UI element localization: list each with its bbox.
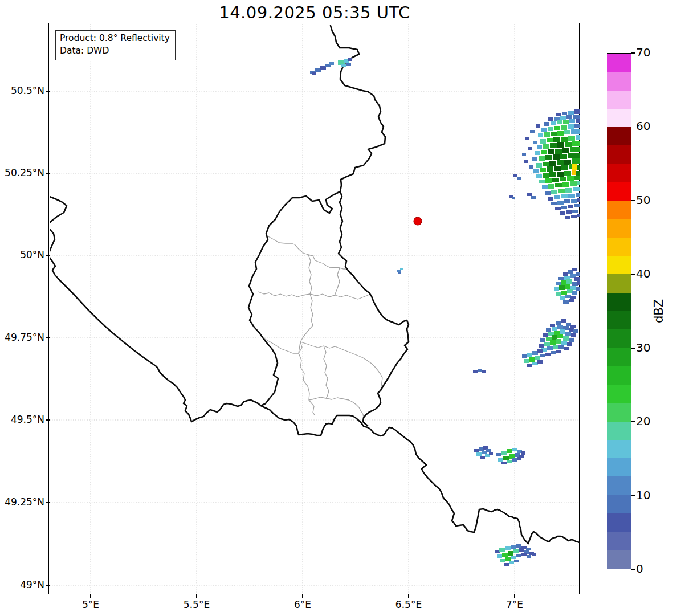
- colorbar-tick-label: 50: [636, 193, 650, 207]
- radar-echo-northeast-storm: [553, 154, 560, 160]
- radar-echo-northeast-storm: [577, 165, 580, 170]
- radar-echo-northeast-storm: [573, 115, 580, 119]
- radar-echo-east-cell-4975n: [556, 321, 561, 325]
- radar-echo-east-cell-50n: [570, 296, 576, 299]
- radar-echo-northeast-storm: [567, 176, 574, 181]
- radar-echo-east-cell-4975n: [524, 359, 529, 363]
- radar-echo-east-cell-4975n: [565, 332, 571, 336]
- colorbar-tick-mark: [631, 52, 635, 54]
- radar-echo-northeast-storm: [549, 161, 556, 166]
- radar-echo-southern-pair: [479, 447, 484, 451]
- radar-echo-northeast-storm: [525, 137, 529, 140]
- radar-echo-tiny-echo-center: [400, 268, 403, 270]
- radar-echo-northeast-storm: [531, 196, 536, 199]
- radar-echo-northeast-storm: [551, 132, 557, 136]
- canton-border: [300, 342, 382, 390]
- y-tick-label: 49.25°N: [1, 496, 44, 508]
- radar-echo-northeast-storm: [557, 201, 564, 205]
- radar-echo-east-cell-4975n: [563, 326, 569, 330]
- radar-echo-northeast-storm: [557, 172, 564, 177]
- radar-echo-northeast-storm: [566, 210, 572, 214]
- radar-echo-east-cell-4975n: [527, 353, 532, 357]
- radar-echo-northeast-storm: [570, 147, 580, 152]
- country-border: [50, 258, 580, 544]
- radar-echo-northeast-storm: [560, 154, 567, 159]
- canton-border: [309, 397, 364, 418]
- radar-echo-east-cell-50n: [572, 268, 577, 271]
- radar-echo-northeast-storm: [551, 190, 557, 194]
- radar-echo-east-cell-4975n: [556, 339, 561, 344]
- radar-echo-northeast-storm: [574, 124, 580, 128]
- x-tick-label: 5.5°E: [171, 599, 222, 610]
- y-tick-mark: [46, 337, 50, 338]
- radar-echo-northeast-storm: [576, 193, 580, 197]
- radar-echo-northeast-storm: [554, 166, 561, 171]
- radar-echo-south-cell-49n: [500, 559, 505, 562]
- radar-echo-northeast-storm: [560, 116, 566, 120]
- radar-echo-northeast-storm: [543, 144, 549, 149]
- x-tick-mark: [302, 594, 303, 598]
- radar-echo-south-cell-49n: [527, 555, 531, 558]
- colorbar-band: [607, 182, 631, 201]
- radar-echo-east-cell-50n: [577, 280, 580, 285]
- colorbar-band: [607, 476, 631, 495]
- radar-echo-northeast-storm: [539, 156, 545, 161]
- canton-border: [335, 268, 340, 295]
- radar-echo-northeast-storm: [562, 112, 567, 115]
- radar-echo-northeast-storm: [555, 149, 562, 154]
- x-tick-mark: [90, 594, 91, 598]
- colorbar-band: [607, 348, 631, 366]
- radar-echo-northeast-storm: [557, 160, 564, 165]
- radar-echo-northeast-storm: [535, 151, 540, 155]
- canton-border: [258, 292, 310, 297]
- radar-echo-south-cell-49n: [511, 545, 516, 549]
- radar-echo-southern-pair: [515, 453, 520, 457]
- radar-echo-east-cell-50n: [556, 292, 561, 296]
- radar-echo-northeast-storm: [554, 117, 560, 121]
- radar-echo-tiny-echo-center: [398, 272, 401, 274]
- radar-echo-northeast-storm: [561, 206, 567, 209]
- radar-echo-northeast-storm: [530, 130, 535, 133]
- radar-echo-southern-pair: [498, 458, 503, 462]
- x-tick-label: 6°E: [277, 599, 328, 610]
- radar-echo-east-cell-4975n: [478, 369, 482, 372]
- y-tick-label: 49.75°N: [1, 332, 44, 343]
- radar-echo-northeast-storm: [576, 171, 580, 176]
- colorbar-tick-mark: [631, 421, 635, 422]
- radar-echo-northeast-storm: [565, 142, 572, 147]
- y-tick-mark: [46, 585, 50, 586]
- radar-echo-east-cell-50n: [568, 270, 573, 274]
- colorbar-band: [607, 422, 631, 440]
- y-tick-mark: [46, 502, 50, 503]
- radar-echo-northeast-storm: [565, 188, 572, 193]
- radar-echo-east-cell-50n: [567, 289, 573, 293]
- radar-echo-northeast-storm: [569, 164, 572, 169]
- radar-echo-east-cell-4975n: [561, 319, 566, 323]
- colorbar-band: [607, 458, 631, 476]
- radar-echo-northeast-storm: [561, 137, 568, 142]
- radar-echo-northeast-storm: [524, 160, 528, 163]
- radar-echo-south-cell-49n: [495, 550, 500, 553]
- radar-echo-southern-pair: [503, 456, 509, 460]
- radar-echo-northeast-storm: [572, 158, 580, 164]
- radar-echo-northeast-storm: [557, 142, 564, 148]
- y-tick-mark: [46, 173, 50, 174]
- colorbar-tick-label: 20: [636, 414, 650, 428]
- radar-echo-northeast-storm: [553, 137, 560, 142]
- radar-echo-northeast-storm: [554, 195, 560, 199]
- radar-echo-east-cell-4975n: [552, 327, 557, 331]
- colorbar-tick-mark: [631, 127, 635, 128]
- radar-echo-northeast-storm: [517, 177, 521, 180]
- radar-echo-southern-pair: [486, 449, 491, 452]
- radar-echo-northeast-storm: [513, 174, 517, 177]
- radar-echo-northern-border-streak: [341, 64, 346, 67]
- radar-site-dot: [414, 217, 422, 225]
- product-info-box: Product: 0.8° Reflectivity Data: DWD: [55, 30, 176, 60]
- radar-echo-east-cell-4975n: [547, 346, 553, 350]
- radar-echo-east-cell-50n: [558, 277, 564, 280]
- radar-echo-northeast-storm: [561, 125, 567, 130]
- radar-echo-northern-border-streak: [348, 58, 352, 61]
- radar-echo-northeast-storm: [542, 185, 548, 189]
- radar-echo-northeast-storm: [552, 178, 559, 182]
- radar-echo-east-cell-4975n: [544, 342, 550, 346]
